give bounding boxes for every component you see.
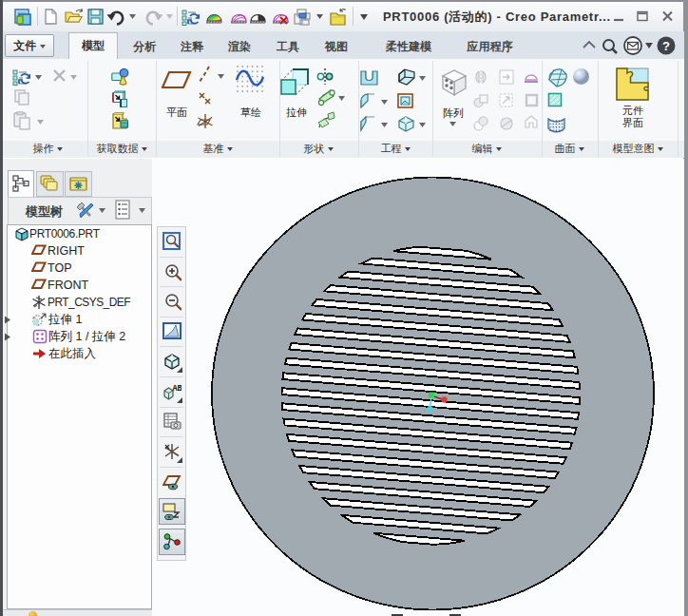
svg-text:?: ? [662, 39, 670, 53]
svg-text:AB: AB [172, 384, 182, 394]
